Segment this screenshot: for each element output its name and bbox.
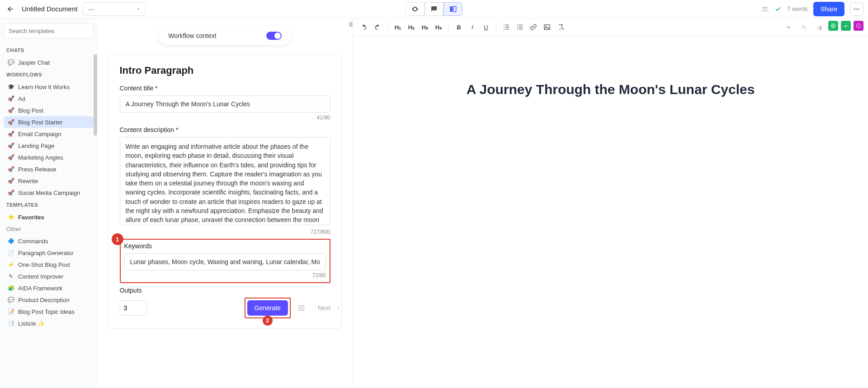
- workflow-panel: « Workflow context Intro Paragraph Conte…: [97, 18, 353, 388]
- document-heading[interactable]: A Journey Through the Moon's Lunar Cycle…: [466, 82, 755, 97]
- sidebar-item-learn[interactable]: 🎓Learn How It Works: [4, 81, 94, 93]
- link-button[interactable]: [527, 21, 540, 33]
- sidebar-item-label: Social Media Campaign: [18, 189, 80, 196]
- sidebar-item-listicle[interactable]: 📑Listicle ✨: [4, 317, 94, 329]
- sidebar-item-content-improver[interactable]: ✎Content Improver: [4, 270, 94, 282]
- h1-button[interactable]: H₁: [392, 21, 404, 33]
- content-title-input[interactable]: [120, 95, 330, 113]
- intro-paragraph-card: Intro Paragraph Content title * 41/80 Co…: [108, 54, 342, 329]
- sidebar-item-jasper-chat[interactable]: 💬 Jasper Chat: [4, 57, 94, 68]
- sidebar-item-product-desc[interactable]: 💬Product Description: [4, 294, 94, 306]
- h3-button[interactable]: H₃: [419, 21, 431, 33]
- other-header: Other: [4, 223, 94, 235]
- info-icon: [856, 23, 861, 28]
- star-icon: ⭐: [7, 213, 14, 221]
- sidebar-item-label: Learn How It Works: [18, 84, 70, 90]
- sidebar-item-label: Listicle ✨: [18, 320, 45, 327]
- svg-rect-1: [453, 6, 456, 12]
- chat-mode-button[interactable]: [425, 2, 443, 16]
- status-badge-green[interactable]: [828, 21, 838, 31]
- h4-button[interactable]: H₄: [432, 21, 445, 33]
- sidebar-item-ad[interactable]: 🚀Ad: [4, 93, 94, 104]
- split-mode-button[interactable]: [443, 2, 462, 16]
- keywords-label: Keywords: [124, 242, 326, 250]
- workflow-context-toggle[interactable]: [266, 32, 282, 40]
- sidebar-item-email-campaign[interactable]: 🚀Email Campaign: [4, 128, 94, 140]
- sidebar-item-social-media[interactable]: 🚀Social Media Campaign: [4, 187, 94, 199]
- document-title[interactable]: Untitled Document: [22, 5, 77, 13]
- undo-button[interactable]: [358, 21, 370, 33]
- framework-icon: 🧩: [7, 284, 14, 292]
- image-button[interactable]: [541, 21, 553, 33]
- insert-icon[interactable]: [298, 304, 305, 312]
- italic-button[interactable]: I: [466, 21, 479, 33]
- sidebar-item-aida[interactable]: 🧩AIDA Framework: [4, 282, 94, 294]
- svg-point-8: [517, 24, 518, 25]
- bolt-icon: ⚡: [7, 261, 14, 268]
- clear-icon: [557, 24, 564, 31]
- tone-select[interactable]: —: [83, 2, 146, 16]
- ai-assist-button[interactable]: ✦: [782, 21, 795, 33]
- unordered-list-button[interactable]: [514, 21, 526, 33]
- next-button[interactable]: Next: [318, 304, 341, 312]
- outputs-input[interactable]: [120, 300, 147, 316]
- search-input[interactable]: [4, 24, 94, 38]
- collaborators-icon[interactable]: [761, 5, 769, 13]
- underline-button[interactable]: U: [480, 21, 492, 33]
- svg-point-10: [517, 29, 518, 30]
- h2-button[interactable]: H₂: [405, 21, 418, 33]
- generate-highlight-box: Generate 2: [245, 298, 291, 318]
- status-badge-info[interactable]: [854, 21, 863, 31]
- status-badge-check[interactable]: [841, 21, 851, 31]
- content-desc-input[interactable]: [120, 137, 330, 225]
- clear-format-button[interactable]: [554, 21, 567, 33]
- ordered-list-button[interactable]: [500, 21, 513, 33]
- sidebar-item-blog-post[interactable]: 🚀Blog Post: [4, 104, 94, 116]
- sidebar: CHATS 💬 Jasper Chat WORKFLOWS 🎓Learn How…: [0, 18, 97, 388]
- editor-body[interactable]: A Journey Through the Moon's Lunar Cycle…: [353, 37, 868, 388]
- sidebar-item-marketing-angles[interactable]: 🚀Marketing Angles: [4, 151, 94, 163]
- word-count: 7 words: [787, 5, 808, 12]
- ai-edit-button[interactable]: ✎: [797, 21, 810, 33]
- cap-icon: 🎓: [7, 83, 14, 90]
- back-button[interactable]: [5, 3, 16, 15]
- annotation-badge-2: 2: [263, 316, 273, 326]
- sidebar-item-paragraph-gen[interactable]: 📄Paragraph Generator: [4, 247, 94, 259]
- undo-icon: [360, 24, 368, 31]
- generate-button[interactable]: Generate: [247, 300, 288, 316]
- sidebar-item-one-shot[interactable]: ⚡One-Shot Blog Post: [4, 259, 94, 270]
- preview-mode-button[interactable]: [406, 2, 425, 16]
- bold-button[interactable]: B: [453, 21, 465, 33]
- rocket-icon: 🚀: [7, 95, 14, 102]
- ai-suggest-button[interactable]: ◑: [813, 21, 826, 33]
- redo-button[interactable]: [371, 21, 384, 33]
- sidebar-item-rewrite[interactable]: 🚀Rewrite: [4, 175, 94, 187]
- sidebar-item-blog-post-starter[interactable]: 🚀Blog Post Starter: [4, 116, 94, 128]
- mid-scrollbar[interactable]: [349, 22, 353, 27]
- tag-icon: 💬: [7, 296, 14, 303]
- svg-point-9: [517, 27, 518, 28]
- sidebar-item-label: Favorites: [18, 214, 44, 221]
- keywords-input[interactable]: [124, 253, 326, 270]
- content-desc-label: Content description *: [120, 126, 330, 133]
- rocket-icon: 🚀: [7, 154, 14, 161]
- sidebar-item-commands[interactable]: 🔷Commands: [4, 235, 94, 247]
- toolbar-separator: [496, 23, 496, 32]
- sidebar-item-landing-page[interactable]: 🚀Landing Page: [4, 140, 94, 151]
- share-button[interactable]: Share: [813, 2, 844, 16]
- sidebar-scrollbar[interactable]: [94, 54, 97, 136]
- shield-check-icon: [843, 23, 849, 28]
- sidebar-item-press-release[interactable]: 🚀Press Release: [4, 163, 94, 175]
- svg-point-2: [763, 6, 765, 9]
- more-menu-button[interactable]: [850, 2, 863, 16]
- annotation-badge-1: 1: [112, 233, 123, 245]
- svg-rect-0: [450, 6, 453, 12]
- sidebar-item-label: Blog Post: [18, 107, 43, 114]
- card-title: Intro Paragraph: [120, 65, 330, 76]
- svg-point-6: [858, 8, 859, 9]
- sidebar-item-favorites[interactable]: ⭐Favorites: [4, 211, 94, 223]
- sidebar-item-label: Paragraph Generator: [18, 250, 74, 256]
- sidebar-item-label: AIDA Framework: [18, 285, 62, 292]
- columns-icon: [449, 5, 457, 13]
- sidebar-item-topic-ideas[interactable]: 📝Blog Post Topic Ideas: [4, 306, 94, 317]
